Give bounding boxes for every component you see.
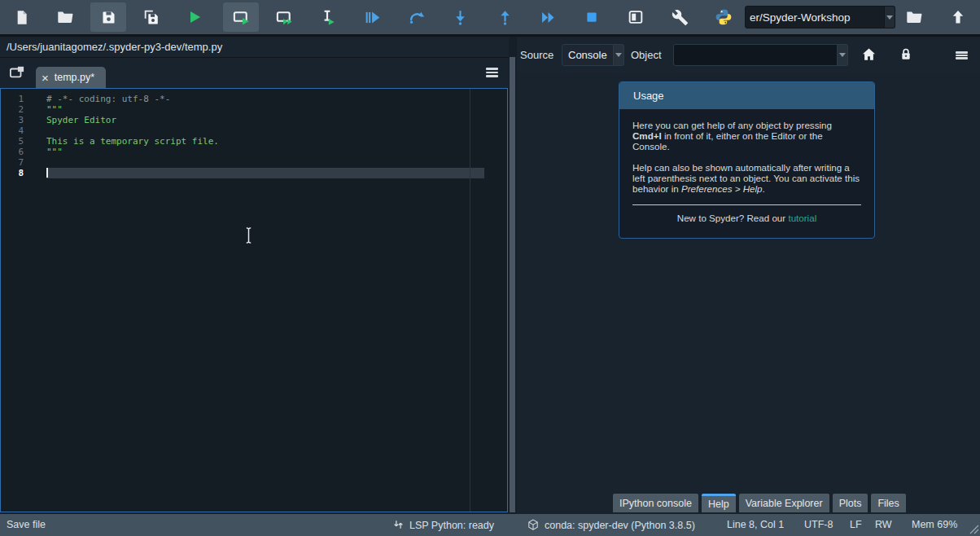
lsp-status: LSP Python: ready [393,519,494,531]
source-combobox[interactable]: Console [562,44,614,66]
save-all-button[interactable] [133,2,169,32]
usage-paragraph-1: Here you can get help of any object by p… [632,120,861,152]
status-bar: Save file LSP Python: ready conda: spyde… [0,514,980,536]
code-line: # -*- coding: utf-8 -*- [46,94,219,104]
tab-plots[interactable]: Plots [833,494,868,512]
permissions-status: RW [875,519,892,530]
chevron-down-icon [886,15,893,20]
status-message: Save file [7,519,46,530]
stop-icon [584,10,599,24]
memory-status: Mem 69% [912,519,957,530]
debug-file-button[interactable] [354,2,390,32]
usage-card: Usage Here you can get help of any objec… [619,81,875,239]
save-icon [100,9,117,26]
help-header: Source Console Object [517,37,980,73]
code-line: """ [46,104,219,115]
chevron-down-icon [615,53,622,57]
new-file-icon [13,9,30,26]
editor-options-menu-button[interactable] [483,65,501,80]
working-directory-combobox[interactable]: er/Spyder-Workshop [745,6,885,29]
arrow-up-icon [950,9,966,25]
run-selection-button[interactable] [309,2,345,32]
main-toolbar: er/Spyder-Workshop [0,0,980,34]
help-options-menu-button[interactable] [950,45,973,66]
step-into-button[interactable] [442,2,478,32]
interpreter-status: conda: spyder-dev (Python 3.8.5) [527,519,695,532]
browse-tabs-button[interactable] [7,64,27,82]
folder-icon [905,8,923,26]
hamburger-icon [956,51,968,60]
source-label: Source [520,49,553,61]
open-folder-icon [56,8,74,26]
home-button[interactable] [857,45,880,66]
usage-card-title: Usage [619,82,874,109]
step-over-button[interactable] [399,2,435,32]
tab-files[interactable]: Files [871,494,905,512]
file-path-text: /Users/juanitagomez/.spyder-py3-dev/temp… [7,41,222,53]
lock-button[interactable] [895,45,917,66]
tab-temp-py[interactable]: × temp.py* [36,67,106,88]
editor-pane: /Users/juanitagomez/.spyder-py3-dev/temp… [0,37,517,514]
save-all-icon [142,8,160,26]
code-line: """ [46,147,219,157]
step-return-icon [497,9,514,26]
home-icon [861,46,877,64]
object-label: Object [631,49,662,61]
code-line: Spyder Editor [46,115,219,125]
resize-grip[interactable] [969,524,979,535]
run-selection-icon [318,8,336,26]
working-directory-value: er/Spyder-Workshop [750,11,851,24]
source-dropdown-arrow[interactable] [614,44,624,66]
object-dropdown-arrow[interactable] [838,44,848,66]
run-cell-advance-icon [275,8,294,27]
continue-button[interactable] [530,2,566,32]
stop-button[interactable] [574,2,610,32]
working-directory-dropdown-arrow[interactable] [885,6,895,29]
pythonpath-manager-button[interactable] [706,2,742,32]
breadcrumb: /Users/juanitagomez/.spyder-py3-dev/temp… [0,37,509,58]
browse-tabs-icon [9,65,25,82]
help-pane: Source Console Object [517,37,980,514]
run-cell-button[interactable] [223,2,259,32]
usage-footer: New to Spyder? Read our tutorial [632,213,861,223]
plugin-tabbar: IPython console Help Variable Explorer P… [613,494,906,512]
continue-icon [540,9,557,26]
run-file-button[interactable] [177,2,212,32]
editor-scrollbar[interactable] [510,57,515,512]
new-file-button[interactable] [3,2,39,32]
tutorial-link[interactable]: tutorial [788,213,816,223]
package-cube-icon [527,519,539,532]
usage-card-body: Here you can get help of any object by p… [619,109,874,223]
preferences-button[interactable] [662,2,698,32]
debug-icon [364,9,381,26]
ibeam-mouse-cursor [243,226,255,248]
chevron-down-icon [839,53,846,57]
step-return-button[interactable] [487,2,523,32]
close-tab-icon[interactable]: × [42,72,49,84]
run-cell-icon [232,8,251,27]
code-editor[interactable]: 1 2 3 4 5 6 7 8 # -*- coding: utf-8 -*- … [0,88,508,512]
save-file-button[interactable] [90,2,126,32]
tab-ipython-console[interactable]: IPython console [613,494,698,512]
parent-directory-button[interactable] [940,2,976,32]
maximize-pane-icon [627,8,645,26]
line-number-gutter: 1 2 3 4 5 6 7 8 [1,94,28,178]
tab-variable-explorer[interactable]: Variable Explorer [739,494,829,512]
code-line: This is a temporary script file. [46,136,219,147]
editor-tabbar: × temp.py* [0,58,509,88]
tab-help[interactable]: Help [702,494,736,512]
python-logo-icon [715,8,733,26]
divider [632,204,861,205]
hamburger-icon [486,68,498,69]
browse-working-directory-button[interactable] [896,2,932,32]
run-cell-advance-button[interactable] [266,2,302,32]
open-file-button[interactable] [47,2,83,32]
tab-label: temp.py* [55,72,94,83]
object-combobox[interactable] [673,44,838,66]
code-line [46,168,219,178]
code-line [46,125,219,136]
step-over-icon [408,8,426,26]
maximize-pane-button[interactable] [618,2,654,32]
lock-icon [899,46,913,64]
wrench-icon [672,9,689,26]
